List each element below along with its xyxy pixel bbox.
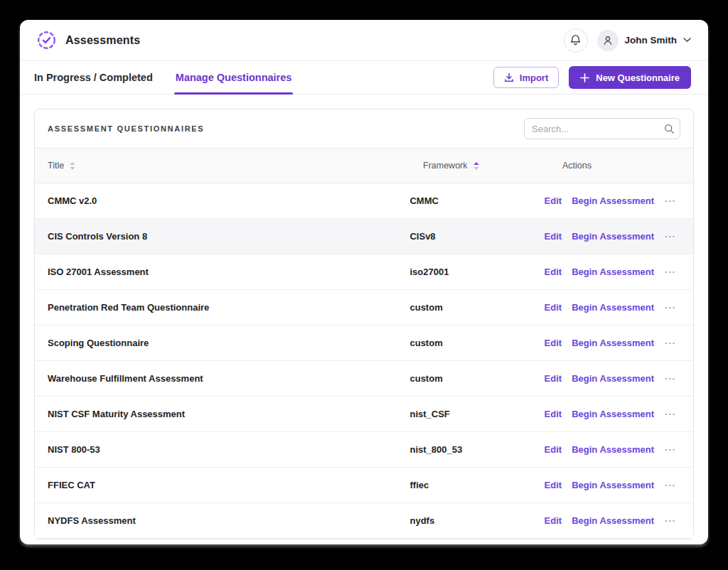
panel-heading: ASSESSMENT QUESTIONNAIRES xyxy=(48,124,204,133)
row-framework: ffiec xyxy=(410,480,544,490)
user-name: John Smith xyxy=(625,35,678,45)
notifications-button[interactable] xyxy=(564,28,588,53)
begin-assessment-link[interactable]: Begin Assessment xyxy=(572,480,654,490)
row-more-button[interactable]: ⋯ xyxy=(664,269,676,276)
begin-assessment-link[interactable]: Begin Assessment xyxy=(572,195,654,206)
row-actions: Edit Begin Assessment ⋯ xyxy=(545,338,693,348)
row-actions: Edit Begin Assessment ⋯ xyxy=(545,373,693,384)
row-actions: Edit Begin Assessment ⋯ xyxy=(545,195,693,206)
row-title: NYDFS Assessment xyxy=(35,515,410,526)
table-row[interactable]: Penetration Red Team Questionnaire custo… xyxy=(35,290,693,326)
edit-link[interactable]: Edit xyxy=(545,195,562,206)
desktop-background: { "header": { "app_title": "Assessments"… xyxy=(0,0,728,570)
row-actions: Edit Begin Assessment ⋯ xyxy=(545,444,693,455)
begin-assessment-link[interactable]: Begin Assessment xyxy=(572,409,654,419)
column-header-framework-label: Framework xyxy=(423,161,468,171)
row-title: ISO 27001 Assessment xyxy=(35,267,410,277)
table-header-row: Title Framework Actions xyxy=(35,148,693,183)
begin-assessment-link[interactable]: Begin Assessment xyxy=(572,267,654,277)
row-title: Penetration Red Team Questionnaire xyxy=(35,302,410,313)
row-title: Scoping Questionnaire xyxy=(35,338,410,348)
new-questionnaire-button-label: New Questionnaire xyxy=(596,72,680,83)
row-framework: CISv8 xyxy=(410,231,544,242)
row-title: FFIEC CAT xyxy=(35,480,410,490)
tab-bar-actions: Import New Questionnaire xyxy=(493,66,691,89)
table-row[interactable]: NIST CSF Maturity Assessment nist_CSF Ed… xyxy=(35,397,693,432)
sort-asc-icon[interactable] xyxy=(473,162,479,170)
download-icon xyxy=(504,72,514,82)
import-button-label: Import xyxy=(520,72,548,83)
row-more-button[interactable]: ⋯ xyxy=(664,304,676,311)
search-box xyxy=(524,118,680,139)
sort-icon[interactable] xyxy=(70,162,75,170)
row-more-button[interactable]: ⋯ xyxy=(664,233,676,240)
bell-icon xyxy=(569,34,582,46)
table-row[interactable]: CIS Controls Version 8 CISv8 Edit Begin … xyxy=(35,219,693,254)
row-more-button[interactable]: ⋯ xyxy=(664,482,676,489)
chevron-down-icon xyxy=(683,38,691,43)
edit-link[interactable]: Edit xyxy=(545,267,562,277)
edit-link[interactable]: Edit xyxy=(545,302,562,313)
table-row[interactable]: NYDFS Assessment nydfs Edit Begin Assess… xyxy=(35,503,693,539)
avatar xyxy=(597,30,619,51)
row-actions: Edit Begin Assessment ⋯ xyxy=(545,302,693,313)
tab-manage-questionnaires[interactable]: Manage Questionnaires xyxy=(174,61,294,94)
search-input[interactable] xyxy=(524,118,680,139)
begin-assessment-link[interactable]: Begin Assessment xyxy=(572,338,654,348)
row-title: NIST 800-53 xyxy=(35,444,410,455)
edit-link[interactable]: Edit xyxy=(545,409,562,419)
row-more-button[interactable]: ⋯ xyxy=(664,340,676,347)
begin-assessment-link[interactable]: Begin Assessment xyxy=(572,444,654,455)
edit-link[interactable]: Edit xyxy=(545,480,562,490)
column-header-title-label: Title xyxy=(48,161,64,171)
row-title: CMMC v2.0 xyxy=(35,195,410,206)
row-more-button[interactable]: ⋯ xyxy=(664,446,676,453)
row-more-button[interactable]: ⋯ xyxy=(664,517,676,525)
row-actions: Edit Begin Assessment ⋯ xyxy=(545,515,693,526)
row-actions: Edit Begin Assessment ⋯ xyxy=(545,231,693,242)
edit-link[interactable]: Edit xyxy=(545,515,562,526)
begin-assessment-link[interactable]: Begin Assessment xyxy=(572,373,654,384)
panel-header: ASSESSMENT QUESTIONNAIRES xyxy=(35,109,693,148)
row-framework: custom xyxy=(410,338,544,348)
import-button[interactable]: Import xyxy=(493,67,559,88)
row-actions: Edit Begin Assessment ⋯ xyxy=(545,267,693,277)
column-header-framework[interactable]: Framework xyxy=(423,161,562,171)
table-row[interactable]: Warehouse Fulfillment Assessment custom … xyxy=(35,361,693,397)
row-more-button[interactable]: ⋯ xyxy=(664,411,676,418)
row-framework: iso27001 xyxy=(410,267,544,277)
table-row[interactable]: ISO 27001 Assessment iso27001 Edit Begin… xyxy=(35,254,693,290)
user-menu[interactable]: John Smith xyxy=(597,30,692,51)
plus-icon xyxy=(580,73,589,82)
begin-assessment-link[interactable]: Begin Assessment xyxy=(572,302,654,313)
row-framework: nydfs xyxy=(410,515,544,526)
table-body: CMMC v2.0 CMMC Edit Begin Assessment ⋯ C… xyxy=(35,183,693,539)
row-actions: Edit Begin Assessment ⋯ xyxy=(545,409,693,419)
row-title: NIST CSF Maturity Assessment xyxy=(35,409,410,419)
row-more-button[interactable]: ⋯ xyxy=(664,198,676,205)
row-title: Warehouse Fulfillment Assessment xyxy=(35,373,410,384)
edit-link[interactable]: Edit xyxy=(545,373,562,384)
row-actions: Edit Begin Assessment ⋯ xyxy=(545,480,693,490)
begin-assessment-link[interactable]: Begin Assessment xyxy=(572,515,654,526)
row-framework: nist_CSF xyxy=(410,409,544,419)
edit-link[interactable]: Edit xyxy=(545,231,562,242)
row-framework: custom xyxy=(410,302,544,313)
row-framework: nist_800_53 xyxy=(410,444,544,455)
table-row[interactable]: CMMC v2.0 CMMC Edit Begin Assessment ⋯ xyxy=(35,183,693,219)
row-title: CIS Controls Version 8 xyxy=(35,231,410,242)
column-header-title[interactable]: Title xyxy=(35,161,423,171)
tab-bar: In Progress / Completed Manage Questionn… xyxy=(20,61,708,95)
begin-assessment-link[interactable]: Begin Assessment xyxy=(572,231,654,242)
new-questionnaire-button[interactable]: New Questionnaire xyxy=(569,66,691,89)
table-row[interactable]: NIST 800-53 nist_800_53 Edit Begin Asses… xyxy=(35,432,693,468)
tab-in-progress-completed[interactable]: In Progress / Completed xyxy=(33,61,154,94)
edit-link[interactable]: Edit xyxy=(545,444,562,455)
app-window: Assessments xyxy=(20,20,708,544)
edit-link[interactable]: Edit xyxy=(545,338,562,348)
top-bar: Assessments xyxy=(20,20,708,61)
row-more-button[interactable]: ⋯ xyxy=(664,375,676,382)
top-bar-right: John Smith xyxy=(564,28,692,53)
table-row[interactable]: FFIEC CAT ffiec Edit Begin Assessment ⋯ xyxy=(35,468,693,503)
table-row[interactable]: Scoping Questionnaire custom Edit Begin … xyxy=(35,326,693,361)
